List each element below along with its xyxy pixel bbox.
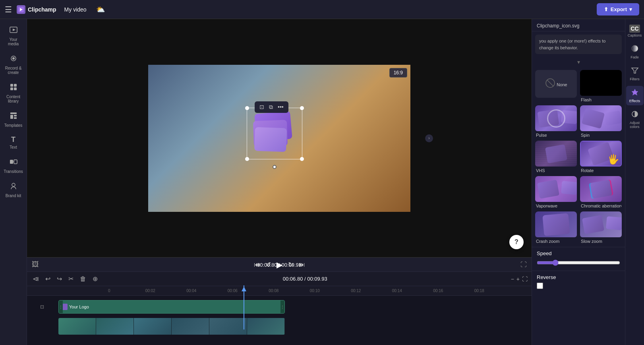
handle-rotate[interactable] <box>273 165 277 169</box>
effect-label-crash-zoom: Crash zoom <box>535 239 577 244</box>
fullscreen-button[interactable]: ⛶ <box>520 261 527 268</box>
clip-right-handle[interactable]: ⋮ <box>280 300 284 313</box>
effect-chromatic[interactable]: Chromatic aberration <box>580 176 622 208</box>
delete-button[interactable]: 🗑 <box>78 275 88 283</box>
app-name: Clipchamp <box>28 6 56 13</box>
effect-thumb-vhs <box>535 141 577 167</box>
effects-icon <box>631 88 639 98</box>
effect-spin[interactable]: Spin <box>580 105 622 138</box>
track-content-video <box>58 316 532 336</box>
handle-bottom-right[interactable] <box>300 157 304 161</box>
export-button[interactable]: ⬆ Export ▾ <box>597 3 639 16</box>
ruler-mark: 00:16 <box>418 289 459 293</box>
help-button[interactable]: ? <box>509 235 524 249</box>
captions-label: Captions <box>628 33 642 37</box>
track-mute-button[interactable]: ⊡ <box>40 304 44 310</box>
adjust-colors-button[interactable]: Adjustcolors <box>626 108 644 131</box>
timeline-zoom: − + ⛶ <box>511 276 528 282</box>
effect-rotate[interactable]: 🖐 Rotate <box>580 141 622 173</box>
effects-button[interactable]: Effects <box>626 86 644 105</box>
redo-button[interactable]: ↪ <box>55 274 64 283</box>
logo-clip[interactable]: ⋮ Your Logo ⋮ <box>58 300 285 314</box>
effect-pulse[interactable]: Pulse <box>535 105 577 138</box>
panel-file-name: Clipchamp_icon.svg <box>537 23 579 29</box>
handle-top-left[interactable] <box>245 106 249 110</box>
sidebar-item-brand-kit[interactable]: Brand kit <box>2 178 25 201</box>
effect-vaporwave[interactable]: Vaporwave <box>535 176 577 208</box>
sidebar-label-templates: Templates <box>4 123 23 128</box>
add-clip-button[interactable]: ⊕ <box>91 274 99 283</box>
handle-top-right[interactable] <box>300 106 304 110</box>
menu-icon[interactable]: ☰ <box>5 5 12 14</box>
transitions-icon <box>9 157 18 168</box>
zoom-in-button[interactable]: + <box>516 276 520 282</box>
screenshot-icon[interactable]: 🖼 <box>32 260 39 269</box>
effect-thumb-flash <box>580 70 622 96</box>
effect-vhs[interactable]: VHS <box>535 141 577 173</box>
effect-label-vhs: VHS <box>535 168 577 173</box>
more-options-button[interactable]: ••• <box>276 103 285 111</box>
sidebar-label-transitions: Transitions <box>4 169 23 174</box>
svg-rect-6 <box>10 84 13 87</box>
svg-marker-21 <box>632 68 638 73</box>
video-clip[interactable] <box>58 318 285 335</box>
sidebar-item-content-library[interactable]: Contentlibrary <box>2 79 25 107</box>
effect-label-slow-zoom: Slow zoom <box>580 239 622 244</box>
ruler-mark: 00:18 <box>459 289 500 293</box>
svg-point-17 <box>12 183 15 186</box>
effect-thumb-crash-zoom <box>535 211 577 237</box>
crop-button[interactable]: ⊡ <box>258 103 266 111</box>
ruler-mark: 0 <box>89 289 130 293</box>
preview-canvas: ⊡ ⧉ ••• 16:9 <box>148 65 410 212</box>
speed-slider[interactable] <box>537 260 620 266</box>
svg-point-5 <box>12 57 15 60</box>
effect-label-vaporwave: Vaporwave <box>535 204 577 208</box>
thumbnail <box>172 318 209 335</box>
clip-left-handle[interactable]: ⋮ <box>59 300 63 313</box>
svg-rect-9 <box>14 87 17 90</box>
sidebar-item-record[interactable]: Record &create <box>2 51 25 78</box>
reverse-checkbox[interactable] <box>537 283 543 289</box>
sidebar-label-your-media: Your media <box>4 37 23 46</box>
fade-button[interactable]: Fade <box>626 42 644 62</box>
svg-rect-10 <box>10 112 17 114</box>
track-content-logo: ⋮ Your Logo ⋮ <box>58 298 532 316</box>
aspect-ratio-button[interactable]: 16:9 <box>389 68 407 78</box>
sidebar-item-transitions[interactable]: Transitions <box>2 154 25 177</box>
filters-button[interactable]: Filters <box>626 64 644 83</box>
fit-timeline-button[interactable]: ⛶ <box>522 276 528 282</box>
info-tooltip: you apply one (or more!) effects to chan… <box>535 35 622 54</box>
far-right-panel: CC Captions Fade Filters Effects Adjus <box>625 19 644 345</box>
effect-none[interactable]: None <box>535 70 577 98</box>
video-title[interactable]: My video <box>61 5 90 14</box>
undo-button[interactable]: ↩ <box>44 274 52 283</box>
sidebar-item-text[interactable]: T Text <box>2 132 25 153</box>
ruler-mark: 00:14 <box>377 289 418 293</box>
timeline-tracks: ⊡ ⋮ Your Logo ⋮ <box>27 296 532 339</box>
collapse-panel-button[interactable]: › <box>425 134 433 142</box>
captions-button[interactable]: CC Captions <box>626 22 644 40</box>
thumbnail <box>247 318 285 335</box>
reverse-section: Reverse <box>532 271 625 294</box>
effect-thumb-slow-zoom <box>580 211 622 237</box>
effect-flash[interactable]: Flash <box>580 70 622 102</box>
ruler-mark: 00:10 <box>294 289 336 293</box>
sidebar-label-record: Record &create <box>5 66 22 75</box>
content-library-icon <box>9 83 18 93</box>
zoom-out-button[interactable]: − <box>511 276 514 282</box>
fit-button[interactable]: ⧉ <box>267 103 275 111</box>
effect-crash-zoom[interactable]: Crash zoom <box>535 211 577 244</box>
cut-button[interactable]: ✂ <box>67 274 75 283</box>
playback-bar: 🖼 ⏮ ↺ ▶ ↻ ⏭ 00:06.80 / 00:09.93 ⛶ <box>27 257 532 271</box>
timeline-toolbar: ⧏ ↩ ↪ ✂ 🗑 ⊕ 00:06.80 / 00:09.93 − + ⛶ <box>27 272 532 286</box>
templates-icon <box>9 111 18 122</box>
track-logo: ⊡ ⋮ Your Logo ⋮ <box>27 298 532 316</box>
handle-bottom-left[interactable] <box>245 157 249 161</box>
magnetic-snap-button[interactable]: ⧏ <box>31 274 41 283</box>
sidebar-item-your-media[interactable]: Your media <box>2 22 25 49</box>
sidebar-item-templates[interactable]: Templates <box>2 108 25 131</box>
ruler-mark: 00:12 <box>335 289 377 293</box>
effect-slow-zoom[interactable]: Slow zoom <box>580 211 622 244</box>
timeline-ruler: 0 00:02 00:04 00:06 00:08 00:10 00:12 00… <box>27 286 532 296</box>
ruler-mark: 00:06 <box>212 289 253 293</box>
